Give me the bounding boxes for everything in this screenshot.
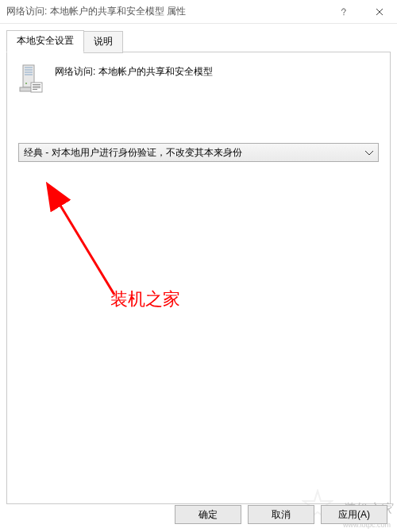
tab-description[interactable]: 说明 — [83, 31, 123, 53]
window-title: 网络访问: 本地帐户的共享和安全模型 属性 — [6, 5, 326, 18]
svg-rect-12 — [33, 89, 37, 90]
policy-title: 网络访问: 本地帐户的共享和安全模型 — [55, 64, 213, 79]
svg-point-6 — [25, 83, 27, 84]
svg-rect-5 — [25, 74, 33, 75]
svg-point-0 — [343, 13, 344, 14]
close-icon — [376, 8, 384, 16]
cancel-button[interactable]: 取消 — [248, 505, 314, 524]
ok-button[interactable]: 确定 — [175, 505, 241, 524]
chevron-down-icon — [365, 147, 373, 158]
close-button[interactable] — [361, 0, 397, 24]
annotation-arrow — [39, 179, 118, 299]
dropdown-selected-value: 经典 - 对本地用户进行身份验证，不改变其本来身份 — [24, 146, 242, 160]
title-bar: 网络访问: 本地帐户的共享和安全模型 属性 — [0, 0, 397, 24]
help-icon — [340, 8, 348, 16]
annotation-text: 装机之家 — [110, 287, 180, 311]
svg-rect-11 — [33, 87, 40, 88]
policy-header: 网络访问: 本地帐户的共享和安全模型 — [18, 64, 379, 95]
dialog-button-row: 确定 取消 应用(A) — [175, 505, 387, 524]
svg-rect-10 — [33, 86, 40, 87]
tab-panel: 网络访问: 本地帐户的共享和安全模型 经典 - 对本地用户进行身份验证，不改变其… — [6, 52, 391, 504]
server-icon — [18, 64, 44, 95]
svg-line-13 — [48, 186, 114, 295]
sharing-model-dropdown[interactable]: 经典 - 对本地用户进行身份验证，不改变其本来身份 — [18, 143, 379, 162]
tab-strip: 本地安全设置 说明 — [6, 30, 391, 52]
svg-rect-9 — [33, 84, 40, 85]
svg-rect-3 — [25, 69, 33, 71]
tab-local-security-settings[interactable]: 本地安全设置 — [6, 30, 84, 52]
svg-rect-2 — [25, 67, 33, 68]
apply-button[interactable]: 应用(A) — [321, 505, 387, 524]
help-button[interactable] — [326, 0, 361, 24]
svg-rect-4 — [25, 71, 33, 73]
